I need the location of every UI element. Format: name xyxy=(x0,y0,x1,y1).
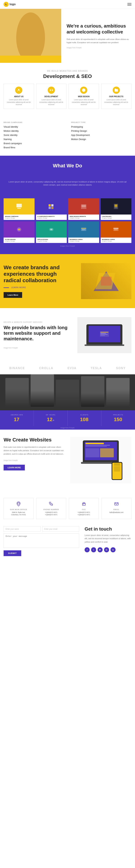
portfolio-item-1[interactable]: BRAND CAMPAIGN Graphic Design xyxy=(4,198,35,220)
svg-rect-14 xyxy=(114,208,117,208)
dev-card-about-desc: Lorem ipsum dolor sit amet consectetur a… xyxy=(6,99,32,106)
svg-rect-29 xyxy=(101,277,111,286)
portfolio-title-7: BUSINESS CARDS xyxy=(70,239,98,240)
dev-card-development-desc: Lorem ipsum dolor sit amet consectetur a… xyxy=(38,99,64,106)
portfolio-subtitle-5: Graphic Design xyxy=(5,240,33,242)
project-item-proto[interactable]: Prototyping xyxy=(71,125,131,128)
portfolio-subtitle-2: Graphic Design xyxy=(37,217,66,219)
radical-section: We create brands and experiences through… xyxy=(0,254,135,308)
social-youtube[interactable]: ▶ xyxy=(98,547,103,552)
email-icon xyxy=(113,501,120,507)
logo-text: logo xyxy=(9,3,16,6)
logo-icon-text: L xyxy=(5,3,7,6)
svg-point-0 xyxy=(18,89,20,90)
dev-card-projects[interactable]: OUR PROJECTS Lorem ipsum dolor sit amet … xyxy=(101,84,132,109)
project-items: Prototyping Printing Design App Developm… xyxy=(71,125,131,141)
svg-rect-26 xyxy=(4,287,9,288)
portfolio-item-6[interactable]: APPLICATIONS Graphic Design xyxy=(36,221,67,243)
svg-rect-33 xyxy=(100,334,108,335)
hero-image xyxy=(0,9,61,63)
laptop-base xyxy=(85,344,124,346)
devops-label: DEVOPS & WEBSITE SUPPORT SERVICES xyxy=(4,321,70,323)
brand-tesla: TESLA xyxy=(91,367,102,370)
brand-item-films[interactable]: Brand films xyxy=(4,146,64,149)
devops-title: We provide brands with long term website… xyxy=(4,325,70,342)
radical-accent: LEARN MORE xyxy=(4,286,67,288)
what-we-do-subtitle: Lorem ipsum dolor sit amet, consectetur … xyxy=(4,173,131,194)
project-item-print[interactable]: Printing Design xyxy=(71,130,131,132)
social-row: f t ▶ G in xyxy=(85,547,131,552)
form-submit-button[interactable]: SUBMIT xyxy=(4,550,21,556)
stat-years-label: OF YEARS xyxy=(37,414,64,416)
radical-text: We create brands and experiences through… xyxy=(4,264,67,298)
social-linkedin[interactable]: in xyxy=(110,547,115,552)
social-facebook[interactable]: f xyxy=(85,547,90,552)
create-text: We Create Websites Duis aute irure dolor… xyxy=(4,437,65,470)
header: L logo xyxy=(0,0,135,9)
dev-cards-grid: ABOUT US Lorem ipsum dolor sit amet cons… xyxy=(4,84,131,109)
hero-credit: Images from Freepik xyxy=(67,47,130,49)
project-item-app[interactable]: App Development xyxy=(71,134,131,136)
hero-description: Dolt amet dolor sit reprehenderit in vol… xyxy=(67,38,130,44)
form-message-textarea[interactable] xyxy=(4,533,79,548)
stat-years: OF YEARS 12+ xyxy=(34,410,68,426)
social-twitter[interactable]: t xyxy=(91,547,96,552)
portfolio-info-6: APPLICATIONS Graphic Design xyxy=(36,238,67,243)
what-we-do-credit: Images from Freepik xyxy=(4,245,131,247)
portfolio-item-8[interactable]: BUSINESS CARDS Graphic Design xyxy=(101,221,132,243)
portfolio-info-3: WEB DESIGN WEBSITE Graphic Design xyxy=(68,215,99,220)
brand-binance: BINANCE xyxy=(9,367,25,370)
brand-ev3a: EV3A xyxy=(67,367,76,370)
brand-sony: SONY xyxy=(116,367,126,370)
portfolio-item-5[interactable]: FLYER DESIGN Graphic Design xyxy=(4,221,35,243)
portfolio-info-4: LIGHTBOXES Graphic Design xyxy=(101,215,132,220)
project-column: PROJECT TYPE Prototyping Printing Design… xyxy=(71,122,131,150)
dev-card-about[interactable]: ABOUT US Lorem ipsum dolor sit amet cons… xyxy=(4,84,34,109)
portfolio-item-7[interactable]: BUSINESS CARDS Graphic Design xyxy=(68,221,99,243)
svg-rect-8 xyxy=(51,207,54,209)
stat-clients-value: 108 xyxy=(71,416,98,423)
portfolio-item-3[interactable]: WEB DESIGN WEBSITE Graphic Design xyxy=(68,198,99,220)
radical-learn-more-button[interactable]: Learn More xyxy=(4,292,22,298)
create-learn-more-button[interactable]: LEARN MORE xyxy=(4,465,25,470)
dev-card-web[interactable]: WEB DESIGN Lorem ipsum dolor sit amet co… xyxy=(69,84,99,109)
dev-card-projects-desc: Lorem ipsum dolor sit amet consectetur a… xyxy=(103,99,129,106)
dev-card-development[interactable]: DEVELOPMENT Lorem ipsum dolor sit amet c… xyxy=(36,84,67,109)
svg-rect-20 xyxy=(82,229,86,229)
email-label: EMAIL xyxy=(104,508,129,510)
what-we-do-title: What We Do xyxy=(4,163,131,168)
svg-rect-10 xyxy=(81,205,86,207)
form-name-input[interactable] xyxy=(4,526,40,532)
stat-years-value: 12+ xyxy=(37,416,64,423)
devops-credit: Image from Freepik xyxy=(4,347,70,349)
logo-icon: L xyxy=(4,2,9,7)
portfolio-subtitle-7: Graphic Design xyxy=(70,240,98,242)
social-google[interactable]: G xyxy=(104,547,109,552)
portfolio-visual-6 xyxy=(36,221,67,238)
stat-clients: CLIENTS 108 xyxy=(68,410,102,426)
development-icon xyxy=(48,87,55,94)
portfolio-item-2[interactable]: A CORPORATE IDENTITY Graphic Design xyxy=(36,198,67,220)
brand-item-motion[interactable]: Motion identity xyxy=(4,130,64,132)
devops-section: DEVOPS & WEBSITE SUPPORT SERVICES We pro… xyxy=(0,308,135,362)
stat-projects-value: 150 xyxy=(105,416,131,423)
devops-text: DEVOPS & WEBSITE SUPPORT SERVICES We pro… xyxy=(4,321,70,349)
laptop-screen xyxy=(89,326,120,342)
brand-item-visual[interactable]: Visual identity xyxy=(4,125,64,128)
dev-title: Development & SEO xyxy=(4,73,131,79)
brand-item-sonic[interactable]: Sonic identity xyxy=(4,134,64,136)
svg-rect-23 xyxy=(113,228,119,228)
hero-yellow-bar xyxy=(0,56,61,63)
stats-section: AWARDS WIN 17 OF YEARS 12+ CLIENTS 108 P… xyxy=(0,374,135,430)
project-item-motion[interactable]: Motion Design xyxy=(71,138,131,141)
hamburger-menu[interactable] xyxy=(128,3,131,6)
stat-projects-label: PROJECTS xyxy=(105,414,131,416)
brand-item-naming[interactable]: Naming xyxy=(4,138,64,141)
hero-section: We're a curious, ambitious and welcoming… xyxy=(0,9,135,63)
form-email-input[interactable] xyxy=(42,526,79,532)
create-image-inner xyxy=(70,437,131,484)
portfolio-item-4[interactable]: LIGHTBOXES Graphic Design xyxy=(101,198,132,220)
portfolio-visual-3 xyxy=(68,198,99,215)
portfolio-subtitle-1: Graphic Design xyxy=(5,217,33,219)
brand-item-campaigns[interactable]: Brand campaigns xyxy=(4,142,64,145)
